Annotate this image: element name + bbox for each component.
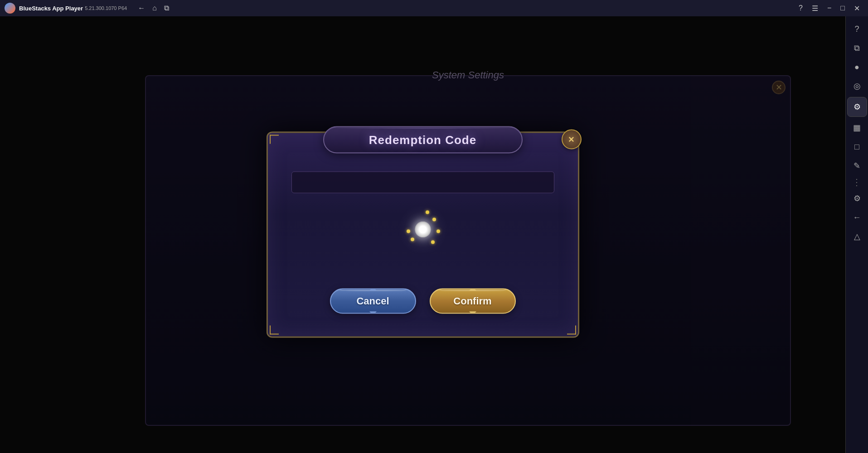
- spinner-dot-3: [407, 230, 410, 233]
- code-input-area: [291, 172, 554, 193]
- sidebar-gear-icon[interactable]: ⚙: [847, 97, 867, 117]
- sidebar-edit-icon[interactable]: ✎: [849, 158, 865, 174]
- sidebar-gamepad-icon[interactable]: △: [849, 228, 865, 245]
- sidebar-camera-icon[interactable]: ▦: [849, 120, 865, 136]
- loading-spinner: [396, 202, 450, 257]
- close-button[interactable]: ✕: [850, 2, 863, 14]
- cancel-bottom-deco: [369, 312, 377, 314]
- titlebar: BlueStacks App Player 5.21.300.1070 P64 …: [0, 0, 868, 16]
- sidebar-back-icon[interactable]: ←: [849, 209, 865, 226]
- minimize-button[interactable]: −: [824, 2, 835, 14]
- spinner-center: [415, 222, 431, 238]
- corner-bl: [270, 326, 279, 335]
- modal-close-button[interactable]: ×: [562, 130, 582, 149]
- sidebar-search-icon[interactable]: ◎: [849, 78, 865, 94]
- spinner-dot-6: [431, 241, 435, 244]
- corner-br: [567, 326, 576, 335]
- home-button[interactable]: ⌂: [150, 2, 159, 14]
- help-button[interactable]: ?: [795, 2, 806, 14]
- spinner-dot-4: [411, 238, 414, 241]
- sidebar-settings-icon[interactable]: ⚙: [849, 190, 865, 207]
- copy-button[interactable]: ⧉: [162, 2, 171, 14]
- sidebar-crop-icon[interactable]: □: [849, 139, 865, 155]
- cancel-top-deco: [369, 289, 377, 291]
- cancel-button[interactable]: Cancel: [330, 289, 416, 314]
- modal-title: Redemption Code: [369, 133, 476, 147]
- corner-tl: [270, 135, 279, 144]
- maximize-button[interactable]: □: [837, 2, 849, 14]
- right-sidebar: ? ⧉ ● ◎ ⚙ ▦ □ ✎ ⋮ ⚙ ← △: [845, 16, 868, 453]
- menu-button[interactable]: ☰: [808, 2, 822, 14]
- redemption-code-modal: × Redemption Code Cancel: [267, 132, 579, 338]
- sidebar-record-icon[interactable]: ●: [849, 59, 865, 75]
- sidebar-more-dots[interactable]: ⋮: [852, 177, 862, 188]
- titlebar-nav: ← ⌂ ⧉: [136, 2, 171, 14]
- confirm-button[interactable]: Confirm: [430, 289, 516, 314]
- sidebar-help-icon[interactable]: ?: [849, 21, 865, 37]
- sidebar-layers-icon[interactable]: ⧉: [849, 40, 865, 56]
- spinner-dot-1: [426, 211, 429, 214]
- confirm-top-deco: [469, 289, 476, 291]
- spinner-dot-5: [436, 230, 440, 233]
- window-controls: ? ☰ − □ ✕: [795, 2, 863, 14]
- app-logo: [5, 3, 15, 14]
- modal-buttons: Cancel Confirm: [330, 289, 516, 314]
- confirm-bottom-deco: [469, 312, 476, 314]
- app-name: BlueStacks App Player: [19, 5, 83, 12]
- app-version: 5.21.300.1070 P64: [85, 5, 127, 11]
- modal-title-banner: Redemption Code: [323, 126, 523, 154]
- spinner-dot-2: [432, 217, 436, 221]
- game-area: System Settings ✕ × Redemption Code: [0, 16, 845, 453]
- back-button[interactable]: ←: [136, 2, 147, 14]
- redemption-code-input[interactable]: [291, 172, 554, 193]
